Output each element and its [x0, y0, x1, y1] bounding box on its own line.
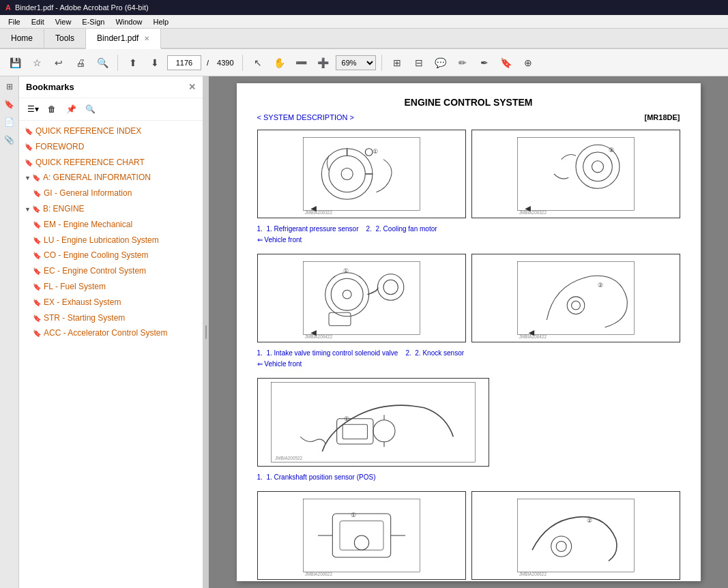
- menu-edit[interactable]: Edit: [26, 18, 50, 26]
- delete-bookmark-button[interactable]: 🗑: [44, 101, 60, 117]
- bookmark-acc[interactable]: 🔖 ACC - Accelerator Control System: [19, 325, 203, 341]
- bookmark-flag-icon: 🔖: [33, 220, 41, 230]
- menu-window[interactable]: Window: [110, 18, 147, 26]
- toolbar: 💾 ☆ ↩ 🖨 🔍 ⬆ ⬇ / 4390 ↖ ✋ ➖ ➕ 69% 50% 75%…: [0, 49, 728, 76]
- add-bookmark-button[interactable]: 📌: [63, 101, 79, 117]
- engine-diagram-1-left: ① JMBIA200322: [258, 130, 465, 218]
- attachments-panel-icon[interactable]: 📎: [2, 132, 17, 147]
- bookmark-quick-reference-chart[interactable]: 🔖 QUICK REFERENCE CHART: [19, 155, 203, 171]
- draw-button[interactable]: ✒: [475, 53, 494, 72]
- bookmark-label: FL - Fuel System: [44, 281, 106, 293]
- bookmark-fl[interactable]: 🔖 FL - Fuel System: [19, 279, 203, 295]
- figure-4-container: ① JMBIA200622 ② JMBIA200622: [257, 491, 680, 580]
- tab-close-button[interactable]: ✕: [144, 35, 149, 42]
- bookmark-quick-reference-index[interactable]: 🔖 QUICK REFERENCE INDEX: [19, 123, 203, 139]
- bookmark-ec[interactable]: 🔖 EC - Engine Control System: [19, 263, 203, 279]
- bookmark-toolbar-button[interactable]: ☆: [27, 53, 46, 72]
- tab-bar: Home Tools Binder1.pdf ✕: [0, 29, 728, 49]
- bookmark-flag-icon: 🔖: [33, 267, 41, 276]
- bookmark-label: ACC - Accelerator Control System: [44, 327, 167, 339]
- svg-point-13: [592, 161, 603, 173]
- figure-2-right: ② JMBIA200422: [471, 254, 680, 342]
- figure-2-caption: 1. 1. Intake valve timing control soleno…: [257, 348, 680, 370]
- figure-1-caption: 1. 1. Refrigerant pressure sensor 2. 2. …: [257, 224, 680, 246]
- figure-2-container: ① JMBIA200422 ② JMBI: [257, 254, 680, 342]
- highlight-button[interactable]: ✏: [453, 53, 472, 72]
- comment-button[interactable]: 💬: [431, 53, 450, 72]
- more-tools-button[interactable]: ⊕: [519, 53, 538, 72]
- figure-1-container: ① JMBIA200322: [257, 130, 680, 218]
- system-description-link[interactable]: < SYSTEM DESCRIPTION >: [257, 113, 354, 121]
- bookmark-label: EM - Engine Mechanical: [44, 219, 132, 231]
- bookmark-label: EC - Engine Control System: [44, 265, 146, 277]
- bookmark-foreword[interactable]: 🔖 FOREWORD: [19, 139, 203, 155]
- svg-point-18: [325, 273, 368, 317]
- bookmark-flag-icon: 🔖: [33, 251, 41, 261]
- svg-text:JMBIA200322: JMBIA200322: [304, 210, 332, 215]
- bookmark-lu[interactable]: 🔖 LU - Engine Lubrication System: [19, 233, 203, 248]
- home-panel-icon[interactable]: ⊞: [2, 79, 17, 94]
- bookmark-label: QUICK REFERENCE INDEX: [35, 126, 141, 137]
- svg-point-44: [354, 535, 368, 550]
- prev-page-button[interactable]: ⬆: [123, 53, 143, 72]
- svg-rect-27: [517, 262, 634, 335]
- pages-panel-icon[interactable]: 📄: [2, 115, 17, 130]
- svg-text:JMBIA200322: JMBIA200322: [519, 210, 547, 215]
- bookmark-flag-icon: 🔖: [25, 158, 33, 168]
- tab-home[interactable]: Home: [0, 28, 44, 48]
- sidebar-close-button[interactable]: ✕: [188, 82, 196, 92]
- engine-diagram-4-right: ② JMBIA200622: [472, 492, 680, 579]
- bookmarks-panel-icon[interactable]: 🔖: [2, 97, 17, 112]
- expand-icon[interactable]: ▼: [25, 205, 31, 214]
- new-bookmark-dropdown[interactable]: ☰▾: [25, 101, 41, 117]
- bookmark-co[interactable]: 🔖 CO - Engine Cooling System: [19, 248, 203, 263]
- svg-text:JMBIA200522: JMBIA200522: [275, 456, 303, 460]
- next-page-button[interactable]: ⬇: [145, 53, 164, 72]
- window-title: Binder1.pdf - Adobe Acrobat Pro (64-bit): [15, 3, 149, 12]
- svg-text:②: ②: [609, 147, 614, 153]
- fit-width-button[interactable]: ⊟: [409, 53, 428, 72]
- cursor-tool[interactable]: ↖: [248, 53, 267, 72]
- tab-document[interactable]: Binder1.pdf ✕: [86, 29, 161, 49]
- engine-diagram-3: ① JMBIA200522: [258, 379, 489, 466]
- find-bookmark-button[interactable]: 🔍: [82, 101, 98, 117]
- zoom-in-button[interactable]: ➕: [314, 53, 333, 72]
- bookmarks-title: Bookmarks: [26, 82, 74, 92]
- bookmark-label: A: GENERAL INFORMATION: [43, 172, 151, 183]
- caption-3-1: 1. 1. Crankshaft position sensor (POS): [257, 473, 376, 481]
- zoom-select[interactable]: 69% 50% 75% 100% 125% 150%: [336, 55, 376, 70]
- svg-point-12: [583, 152, 612, 181]
- back-button[interactable]: ↩: [49, 53, 68, 72]
- find-button[interactable]: 🔍: [93, 53, 112, 72]
- bookmark-str[interactable]: 🔖 STR - Starting System: [19, 310, 203, 326]
- svg-point-19: [331, 278, 363, 310]
- tab-tools[interactable]: Tools: [44, 28, 86, 48]
- menu-esign[interactable]: E-Sign: [76, 18, 110, 26]
- expand-icon[interactable]: ▼: [25, 174, 31, 183]
- bookmark-general-information[interactable]: ▼ 🔖 A: GENERAL INFORMATION: [19, 170, 203, 186]
- zoom-out-button[interactable]: ➖: [292, 53, 311, 72]
- menu-view[interactable]: View: [50, 18, 77, 26]
- vehicle-front-arrow-2: ⇐ Vehicle front: [257, 360, 302, 368]
- bookmark-ex[interactable]: 🔖 EX - Exhaust System: [19, 295, 203, 310]
- sidebar-resize-handle[interactable]: [203, 76, 209, 588]
- menu-help[interactable]: Help: [148, 18, 175, 26]
- bookmark-label: FOREWORD: [35, 141, 84, 153]
- separator-1: [117, 55, 118, 71]
- svg-point-52: [556, 542, 566, 552]
- svg-point-30: [571, 301, 580, 310]
- hand-tool[interactable]: ✋: [270, 53, 289, 72]
- stamp-button[interactable]: 🔖: [497, 53, 516, 72]
- page-input[interactable]: [167, 55, 201, 70]
- fit-page-button[interactable]: ⊞: [388, 53, 407, 72]
- svg-point-6: [365, 149, 373, 156]
- svg-text:JMBIA200422: JMBIA200422: [304, 334, 332, 339]
- engine-diagram-2-right: ② JMBIA200422: [472, 254, 680, 342]
- bookmark-engine[interactable]: ▼ 🔖 B: ENGINE: [19, 201, 203, 217]
- bookmark-em[interactable]: 🔖 EM - Engine Mechanical: [19, 217, 203, 233]
- bookmark-label: EX - Exhaust System: [44, 297, 121, 308]
- save-button[interactable]: 💾: [5, 53, 25, 72]
- print-button[interactable]: 🖨: [71, 53, 90, 72]
- bookmark-gi[interactable]: 🔖 GI - General Information: [19, 186, 203, 201]
- menu-file[interactable]: File: [3, 18, 26, 26]
